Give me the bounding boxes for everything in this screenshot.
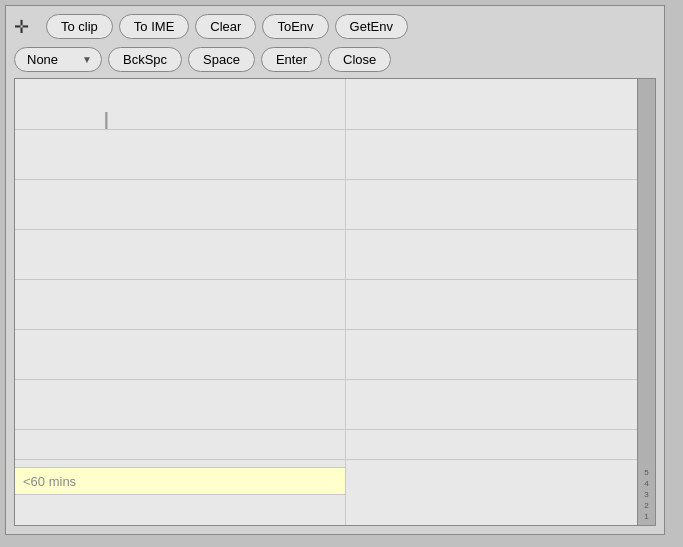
get-env-button[interactable]: GetEnv (335, 14, 408, 39)
close-button[interactable]: Close (328, 47, 391, 72)
toolbar-row2: None Option1 Option2 ▼ BckSpc Space Ente… (6, 43, 664, 78)
ruler-mark-4: 4 (644, 479, 648, 488)
grid-line (15, 329, 655, 330)
grid-line (15, 429, 655, 430)
toolbar-row1: To clip To IME Clear ToEnv GetEnv (6, 6, 664, 43)
to-env-button[interactable]: ToEnv (262, 14, 328, 39)
grid-line (15, 179, 655, 180)
grid-line-v (345, 79, 346, 525)
bck-spc-button[interactable]: BckSpc (108, 47, 182, 72)
move-handle[interactable]: ✛ (14, 16, 29, 38)
grid-area: I <60 mins (15, 79, 655, 525)
ruler-mark-3: 3 (644, 490, 648, 499)
grid-line (15, 459, 655, 460)
grid-line (15, 379, 655, 380)
right-ruler: 5 4 3 2 1 (637, 79, 655, 525)
to-ime-button[interactable]: To IME (119, 14, 189, 39)
to-clip-button[interactable]: To clip (46, 14, 113, 39)
text-cursor-icon: I (103, 107, 110, 135)
ruler-mark-5: 5 (644, 468, 648, 477)
grid-line (15, 129, 655, 130)
enter-button[interactable]: Enter (261, 47, 322, 72)
yellow-cell-text: <60 mins (23, 474, 76, 489)
clear-button[interactable]: Clear (195, 14, 256, 39)
yellow-cell: <60 mins (15, 467, 345, 495)
grid-lines (15, 79, 655, 525)
text-area-wrapper[interactable]: I <60 mins 5 4 3 2 1 (14, 78, 656, 526)
none-dropdown[interactable]: None Option1 Option2 (14, 47, 102, 72)
ruler-mark-1: 1 (644, 512, 648, 521)
grid-line (15, 229, 655, 230)
grid-line (15, 279, 655, 280)
none-dropdown-container: None Option1 Option2 ▼ (14, 47, 102, 72)
ruler-mark-2: 2 (644, 501, 648, 510)
main-window: ✛ To clip To IME Clear ToEnv GetEnv None… (5, 5, 665, 535)
space-button[interactable]: Space (188, 47, 255, 72)
